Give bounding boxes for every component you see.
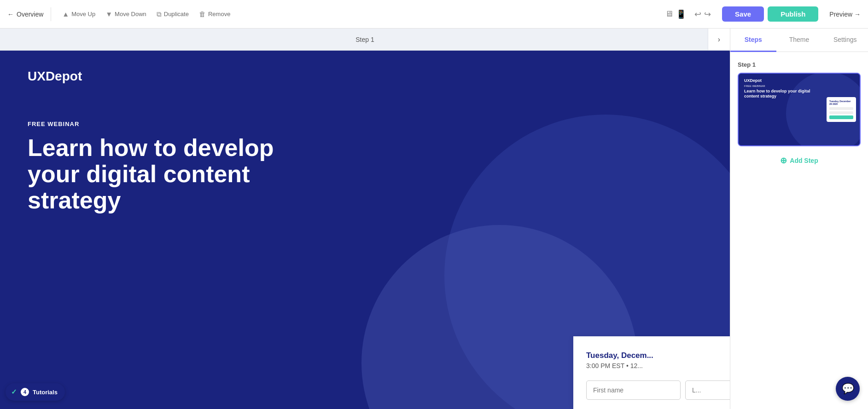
webinar-title: Learn how to developyour digital content… bbox=[28, 135, 304, 214]
thumb-tag: FREE WEBINAR bbox=[744, 85, 817, 87]
desktop-view-icon[interactable]: 🖥 bbox=[665, 9, 673, 19]
webinar-tag: FREE WEBINAR bbox=[28, 121, 702, 127]
view-toggle: 🖥 📱 bbox=[665, 9, 686, 19]
duplicate-icon: ⧉ bbox=[157, 10, 162, 18]
event-date: Tuesday, Decem... bbox=[586, 351, 717, 360]
publish-button[interactable]: Publish bbox=[768, 6, 818, 22]
move-down-button[interactable]: ▼ Move Down bbox=[102, 8, 150, 20]
remove-button[interactable]: 🗑 Remove bbox=[195, 8, 234, 20]
redo-button[interactable]: ↪ bbox=[704, 9, 711, 19]
canvas-area: Step 1 › UXDepot FREE WEBINAR Learn how … bbox=[0, 29, 730, 409]
tutorials-check-icon: ✓ bbox=[11, 388, 17, 396]
mobile-view-icon[interactable]: 📱 bbox=[676, 9, 686, 19]
last-name-input[interactable] bbox=[685, 380, 730, 400]
webinar-hero: UXDepot FREE WEBINAR Learn how to develo… bbox=[0, 51, 730, 409]
trash-icon: 🗑 bbox=[199, 10, 206, 18]
thumb-field-2 bbox=[829, 111, 853, 114]
canvas-step-bar: Step 1 › bbox=[0, 29, 730, 51]
thumb-title: Learn how to develop your digital conten… bbox=[744, 89, 817, 99]
tutorials-label: Tutorials bbox=[33, 389, 58, 396]
save-button[interactable]: Save bbox=[722, 6, 764, 22]
thumb-field-1 bbox=[829, 107, 853, 110]
tab-settings[interactable]: Settings bbox=[822, 29, 868, 52]
thumb-card-date: Tuesday, December 29 2020 bbox=[829, 100, 853, 105]
remove-label: Remove bbox=[208, 11, 230, 17]
add-step-icon: ⊕ bbox=[780, 156, 787, 166]
tutorials-count: 4 bbox=[21, 388, 29, 396]
thumb-register-btn bbox=[829, 115, 853, 119]
preview-label: Preview → bbox=[829, 11, 861, 18]
duplicate-button[interactable]: ⧉ Duplicate bbox=[153, 8, 192, 20]
thumbnail-left: UXDepot FREE WEBINAR Learn how to develo… bbox=[739, 74, 823, 145]
move-up-button[interactable]: ▲ Move Up bbox=[58, 8, 99, 20]
thumb-logo: UXDepot bbox=[744, 78, 817, 83]
undo-redo-group: ↩ ↪ bbox=[694, 9, 711, 19]
event-time: 3:00 PM EST • 12... bbox=[586, 362, 717, 369]
move-down-label: Move Down bbox=[115, 11, 146, 17]
step-label: Step 1 bbox=[355, 36, 374, 43]
tab-theme[interactable]: Theme bbox=[776, 29, 822, 52]
thumbnail-right: Tuesday, December 29 2020 bbox=[823, 74, 860, 145]
move-up-label: Move Up bbox=[71, 11, 95, 17]
tutorials-badge[interactable]: ✓ 4 Tutorials bbox=[6, 383, 65, 401]
webinar-logo: UXDepot bbox=[28, 69, 702, 84]
preview-button[interactable]: Preview → bbox=[829, 11, 861, 18]
step-thumbnail[interactable]: UXDepot FREE WEBINAR Learn how to develo… bbox=[738, 73, 861, 146]
thumbnail-inner: UXDepot FREE WEBINAR Learn how to develo… bbox=[739, 74, 860, 145]
toolbar: ← Overview ▲ Move Up ▼ Move Down ⧉ Dupli… bbox=[0, 0, 868, 29]
sidebar: Steps Theme Settings Step 1 UXDepot FREE… bbox=[730, 29, 868, 409]
first-name-input[interactable] bbox=[586, 380, 681, 400]
add-step-button[interactable]: ⊕ Add Step bbox=[738, 156, 861, 166]
sidebar-step-label: Step 1 bbox=[738, 61, 861, 68]
sidebar-body: Step 1 UXDepot FREE WEBINAR Learn how to… bbox=[730, 52, 868, 409]
main-area: Step 1 › UXDepot FREE WEBINAR Learn how … bbox=[0, 29, 868, 409]
move-down-icon: ▼ bbox=[105, 10, 112, 18]
back-button[interactable]: ← Overview bbox=[7, 11, 43, 18]
move-up-icon: ▲ bbox=[62, 10, 69, 18]
webinar-page: UXDepot FREE WEBINAR Learn how to develo… bbox=[0, 51, 730, 409]
registration-panel: Tuesday, Decem... 3:00 PM EST • 12... bbox=[573, 336, 730, 409]
sidebar-tabs: Steps Theme Settings bbox=[730, 29, 868, 52]
thumbnail-card: Tuesday, December 29 2020 bbox=[827, 97, 856, 122]
back-arrow-icon: ← bbox=[7, 11, 14, 18]
form-row bbox=[586, 380, 717, 400]
chat-button[interactable]: 💬 bbox=[836, 377, 860, 401]
tab-steps[interactable]: Steps bbox=[730, 29, 776, 52]
canvas-content: UXDepot FREE WEBINAR Learn how to develo… bbox=[0, 51, 730, 409]
add-step-label: Add Step bbox=[790, 157, 818, 164]
chat-icon: 💬 bbox=[842, 383, 854, 395]
chevron-right-icon: › bbox=[718, 35, 720, 44]
back-label: Overview bbox=[17, 11, 43, 18]
undo-button[interactable]: ↩ bbox=[694, 9, 701, 19]
toolbar-separator bbox=[51, 7, 51, 21]
duplicate-label: Duplicate bbox=[164, 11, 189, 17]
collapse-panel-button[interactable]: › bbox=[708, 29, 730, 50]
